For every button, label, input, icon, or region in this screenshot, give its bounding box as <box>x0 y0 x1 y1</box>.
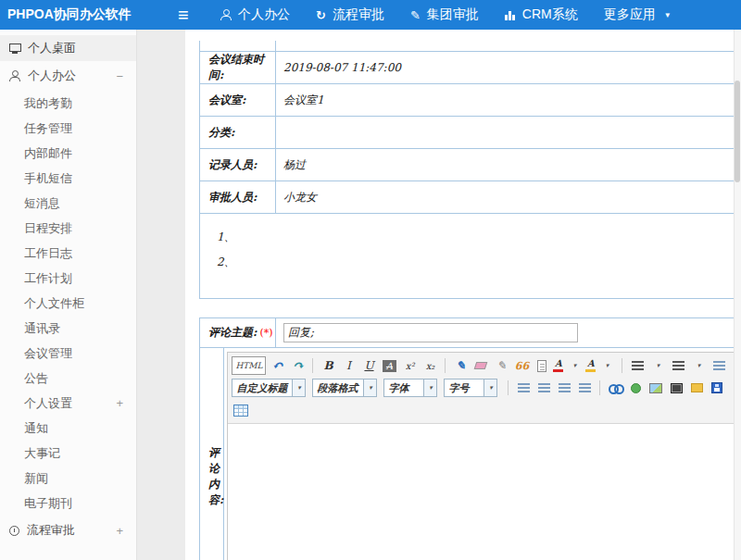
nav-workflow-approval[interactable]: ↻ 流程审批 <box>316 6 384 23</box>
form-value-cell <box>276 41 734 51</box>
sidebar-item-notification[interactable]: 通知 <box>0 416 136 441</box>
redo-icon[interactable]: ↷ <box>288 356 307 375</box>
nav-crm-system[interactable]: CRM系统 <box>505 6 578 23</box>
sidebar-item-label: 通讯录 <box>24 316 60 341</box>
sidebar-item-label: 会议管理 <box>24 341 72 366</box>
menu-toggle-icon[interactable]: ≡ <box>178 1 209 29</box>
expand-icon[interactable]: + <box>116 524 123 538</box>
form-label: 记录人员: <box>200 149 276 180</box>
sidebar-item-label: 日程安排 <box>24 216 72 241</box>
sidebar-item-sms[interactable]: 手机短信 <box>0 166 136 191</box>
heading-style-dropdown[interactable]: 自定义标题 ▾ <box>232 379 306 397</box>
editor-content-area[interactable] <box>228 424 741 560</box>
italic-button[interactable]: I <box>339 356 358 375</box>
form-value: 2019-08-07 11:47:00 <box>276 52 734 83</box>
sidebar-item-personal-files[interactable]: 个人文件柜 <box>0 291 136 316</box>
sidebar-item-short-message[interactable]: 短消息 <box>0 191 136 216</box>
eraser-shape <box>474 362 488 369</box>
insert-link-button[interactable] <box>606 379 624 397</box>
undo-icon[interactable]: ↶ <box>268 356 286 375</box>
font-size-dropdown[interactable]: 字号 ▾ <box>444 379 497 397</box>
superscript-button[interactable]: x² <box>400 356 419 375</box>
font-color-caret-icon[interactable]: ▾ <box>565 356 584 375</box>
highlight-caret-icon[interactable]: ▾ <box>597 356 616 375</box>
source-code-button[interactable]: HTML <box>232 356 266 375</box>
form-label-cell <box>200 41 276 51</box>
align-center-button[interactable] <box>534 379 553 397</box>
font-family-dropdown[interactable]: 字体 ▾ <box>383 379 437 397</box>
sidebar-item-news[interactable]: 新闻 <box>0 466 136 491</box>
sidebar-item-label: 通知 <box>24 416 48 441</box>
chevron-down-icon: ▾ <box>292 380 305 396</box>
justify-button[interactable] <box>575 379 594 397</box>
anchor-button[interactable] <box>626 379 645 397</box>
sidebar-group-workflow-approval[interactable]: 流程审批 + <box>0 516 136 545</box>
bar-chart-icon <box>505 10 516 20</box>
ordered-list-button[interactable] <box>628 356 647 375</box>
sidebar-item-task-management[interactable]: 任务管理 <box>0 116 136 141</box>
strikethrough-button[interactable]: A <box>383 360 396 372</box>
pencil-icon[interactable]: ✎ <box>492 356 510 375</box>
comment-subject-cell <box>276 318 734 347</box>
page-shape <box>537 360 546 372</box>
insert-image-button[interactable] <box>647 379 665 397</box>
form-label: 会议结束时间: <box>200 52 276 83</box>
unordered-list-caret-icon[interactable]: ▾ <box>689 356 708 375</box>
sidebar-item-label: 个人桌面 <box>28 40 76 56</box>
insert-media-button[interactable] <box>667 379 685 397</box>
unordered-list-button[interactable] <box>669 356 687 375</box>
sidebar-item-label: 公告 <box>24 366 48 391</box>
nav-label: 更多应用 <box>604 6 656 23</box>
sidebar-item-work-log[interactable]: 工作日志 <box>0 241 136 266</box>
sidebar-item-e-journal[interactable]: 电子期刊 <box>0 491 136 516</box>
top-navigation: 个人办公 ↻ 流程审批 ✎ 集团审批 CRM系统 更多应用 ▼ <box>220 6 672 23</box>
comment-form-table: 评论主题: (*) 评论内容: HTML ↶ <box>199 317 735 560</box>
collapse-icon[interactable]: − <box>116 69 123 83</box>
comment-subject-label: 评论主题: (*) <box>200 318 276 347</box>
insert-table-button[interactable] <box>232 401 250 419</box>
toolbar-separator <box>445 358 446 373</box>
sidebar-item-work-plan[interactable]: 工作计划 <box>0 266 136 291</box>
comment-subject-input[interactable] <box>283 323 578 342</box>
indent-button[interactable] <box>710 356 728 375</box>
blockquote-icon[interactable]: 66 <box>512 356 531 375</box>
ordered-list-caret-icon[interactable]: ▾ <box>648 356 667 375</box>
sidebar-item-label: 个人文件柜 <box>24 291 84 316</box>
table-row: 记录人员: 杨过 <box>199 149 735 181</box>
align-left-button[interactable] <box>514 379 533 397</box>
sidebar-item-schedule[interactable]: 日程安排 <box>0 216 136 241</box>
app-logo[interactable]: PHPOA协同办公软件 <box>0 6 178 23</box>
nav-personal-office[interactable]: 个人办公 <box>220 6 290 23</box>
sidebar-group-personal-office[interactable]: 个人办公 − <box>0 61 136 91</box>
toolbar-separator <box>622 358 622 373</box>
subscript-button[interactable]: x₂ <box>421 356 439 375</box>
nav-group-approval[interactable]: ✎ 集团审批 <box>410 6 479 23</box>
nav-more-apps[interactable]: 更多应用 ▼ <box>604 6 672 23</box>
sidebar-item-my-attendance[interactable]: 我的考勤 <box>0 91 136 116</box>
form-label: 审批人员: <box>200 181 276 213</box>
sidebar-item-announcement[interactable]: 公告 <box>0 366 136 391</box>
underline-button[interactable]: U <box>359 356 378 375</box>
sidebar-item-milestones[interactable]: 大事记 <box>0 441 136 466</box>
vertical-scrollbar[interactable] <box>734 30 741 560</box>
sidebar-item-label: 新闻 <box>24 466 48 491</box>
toolbar-row-1: HTML ↶ ↷ B I U A x² x₂ <box>232 355 741 377</box>
paste-icon[interactable] <box>533 356 551 375</box>
save-button[interactable] <box>708 379 726 397</box>
dropdown-label: 自定义标题 <box>232 381 291 395</box>
bold-button[interactable]: B <box>319 356 337 375</box>
expand-icon[interactable]: + <box>116 391 123 416</box>
eraser-icon[interactable] <box>471 356 490 375</box>
scrollbar-thumb[interactable] <box>735 81 740 182</box>
sidebar-item-personal-desktop[interactable]: 个人桌面 <box>0 35 136 61</box>
format-painter-icon[interactable]: ✎ <box>451 356 470 375</box>
align-right-button[interactable] <box>555 379 573 397</box>
sidebar-item-internal-mail[interactable]: 内部邮件 <box>0 141 136 166</box>
highlight-color-button[interactable]: A <box>585 356 596 375</box>
sidebar-item-contacts[interactable]: 通讯录 <box>0 316 136 341</box>
sidebar-item-personal-settings[interactable]: 个人设置 + <box>0 391 136 416</box>
font-color-button[interactable]: A <box>553 356 563 375</box>
paragraph-format-dropdown[interactable]: 段落格式 ▾ <box>312 379 377 397</box>
sidebar-item-meeting-management[interactable]: 会议管理 <box>0 341 136 366</box>
insert-file-button[interactable] <box>687 379 706 397</box>
